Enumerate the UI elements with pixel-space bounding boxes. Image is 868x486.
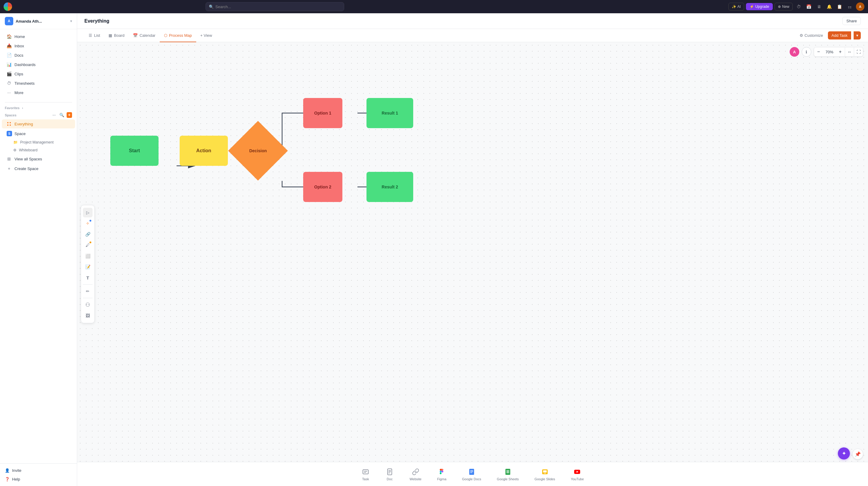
- node-option2[interactable]: Option 2: [303, 172, 342, 202]
- text-icon: T: [86, 275, 89, 280]
- screen-icon[interactable]: 🖥: [815, 2, 824, 11]
- bottom-tool-google-slides[interactable]: Google Slides: [531, 466, 558, 483]
- node-start-label: Start: [129, 148, 140, 153]
- sidebar-item-create-space[interactable]: + Create Space: [2, 164, 75, 173]
- sidebar-item-home[interactable]: 🏠 Home: [2, 32, 75, 41]
- tool-link[interactable]: 🔗: [83, 230, 93, 239]
- tool-image[interactable]: 🖼: [83, 311, 93, 321]
- ai-button[interactable]: ✨ AI: [728, 3, 744, 10]
- tool-pen-dot: [90, 242, 91, 243]
- user-avatar-topbar[interactable]: A: [856, 2, 864, 11]
- canvas-area[interactable]: A ℹ − 70% + ↔ ⛶ ▷ ✧: [77, 42, 868, 486]
- upgrade-button[interactable]: ⚡ Upgrade: [746, 3, 773, 10]
- svg-point-0: [7, 122, 8, 123]
- sidebar-item-inbox[interactable]: 📥 Inbox: [2, 41, 75, 50]
- tab-add-view[interactable]: + View: [196, 29, 216, 42]
- timer-icon[interactable]: ⏱: [795, 2, 803, 11]
- plus-create-icon: +: [7, 166, 11, 171]
- tool-connector[interactable]: ⚇: [83, 300, 93, 310]
- tool-text[interactable]: T: [83, 273, 93, 282]
- search-bar[interactable]: 🔍 Search...: [206, 2, 344, 11]
- node-start[interactable]: Start: [110, 136, 158, 166]
- sidebar-user-name: Amanda Ath...: [16, 19, 68, 24]
- tab-list[interactable]: ☰ List: [84, 29, 104, 42]
- spaces-label: Spaces: [5, 113, 51, 117]
- node-option1[interactable]: Option 1: [303, 98, 342, 128]
- node-action[interactable]: Action: [180, 136, 228, 166]
- node-result2[interactable]: Result 2: [367, 172, 413, 202]
- sidebar-item-view-all-spaces[interactable]: ⊞ View all Spaces: [2, 154, 75, 163]
- share-button[interactable]: Share: [842, 17, 861, 25]
- add-task-button[interactable]: Add Task: [828, 31, 851, 39]
- add-task-dropdown-button[interactable]: ▾: [854, 31, 861, 39]
- bottom-tool-doc[interactable]: Doc: [382, 466, 397, 483]
- bottom-tool-google-sheets[interactable]: Google Sheets: [494, 466, 522, 483]
- main-layout: A Amanda Ath... ▾ 🏠 Home 📥 Inbox 📄 Docs …: [0, 13, 868, 486]
- sidebar-subitem-project-management[interactable]: 📁 Project Management: [2, 139, 75, 146]
- notepad-icon[interactable]: 📋: [835, 2, 844, 11]
- node-decision-label: Decision: [249, 148, 267, 153]
- tool-shape[interactable]: ⬜: [83, 251, 93, 261]
- space-dots-button[interactable]: ···: [62, 131, 66, 136]
- sidebar-subitem-whiteboard[interactable]: ⚙ Whiteboard: [2, 147, 75, 154]
- node-result1-label: Result 1: [381, 111, 398, 116]
- content-area: Everything Share ☰ List ▦ Board 📅 Calend…: [77, 13, 868, 486]
- tab-board[interactable]: ▦ Board: [104, 29, 129, 42]
- bottom-tool-figma[interactable]: Figma: [434, 466, 450, 483]
- tool-pen[interactable]: 🖊: [83, 240, 93, 250]
- sidebar-item-label: Docs: [14, 53, 24, 58]
- tool-draw[interactable]: ✧: [83, 219, 93, 228]
- node-decision[interactable]: Decision: [228, 121, 288, 181]
- google-docs-icon: [467, 467, 476, 476]
- app-logo[interactable]: [4, 2, 12, 11]
- grid-icon[interactable]: ⚏: [846, 2, 854, 11]
- node-result1[interactable]: Result 1: [367, 98, 413, 128]
- zoom-fullscreen-button[interactable]: ⛶: [854, 47, 863, 56]
- new-button[interactable]: ⊕ New: [775, 3, 793, 10]
- zoom-in-button[interactable]: +: [836, 47, 845, 56]
- tool-sticky[interactable]: 📝: [83, 262, 93, 272]
- ai-chat-button[interactable]: ✦: [838, 447, 850, 459]
- spaces-search-button[interactable]: 🔍: [58, 112, 65, 118]
- sidebar-footer-invite[interactable]: 👤 Invite: [0, 466, 77, 475]
- more-icon: ···: [7, 90, 11, 95]
- svg-rect-18: [470, 471, 473, 472]
- sidebar-item-dashboards[interactable]: 📊 Dashboards: [2, 60, 75, 69]
- zoom-out-button[interactable]: −: [814, 47, 823, 56]
- view-all-label: View all Spaces: [14, 157, 42, 161]
- bottom-tool-website[interactable]: Website: [407, 466, 425, 483]
- tool-select[interactable]: ▷: [83, 208, 93, 217]
- sidebar-item-docs[interactable]: 📄 Docs: [2, 51, 75, 60]
- sidebar-user[interactable]: A Amanda Ath... ▾: [0, 13, 77, 29]
- spaces-dots-button[interactable]: ···: [51, 112, 57, 118]
- space-add-button[interactable]: +: [67, 131, 70, 136]
- sidebar-footer-help[interactable]: ❓ Help: [0, 475, 77, 484]
- svg-rect-26: [543, 470, 547, 473]
- space-icon: S: [7, 131, 12, 136]
- tab-process-map[interactable]: ⬡ Process Map: [160, 29, 196, 42]
- customize-button[interactable]: ⚙ Customize: [797, 32, 825, 39]
- sidebar-item-clips[interactable]: 🎬 Clips: [2, 69, 75, 79]
- tool-eraser[interactable]: ✏: [83, 286, 93, 296]
- sidebar-item-timesheets[interactable]: ⏱ Timesheets: [2, 79, 75, 88]
- alarm-icon[interactable]: 🔔: [825, 2, 834, 11]
- spaces-add-button[interactable]: +: [67, 112, 72, 118]
- bottom-tool-task[interactable]: Task: [358, 466, 373, 483]
- bottom-tool-google-docs[interactable]: Google Docs: [459, 466, 484, 483]
- tab-calendar[interactable]: 📅 Calendar: [129, 29, 160, 42]
- svg-rect-19: [470, 473, 472, 473]
- svg-point-1: [10, 122, 11, 123]
- canvas-user-avatar[interactable]: A: [789, 47, 799, 57]
- doc-label: Doc: [387, 477, 393, 481]
- calendar-icon[interactable]: 📅: [805, 2, 813, 11]
- canvas-info-button[interactable]: ℹ: [802, 47, 811, 57]
- topbar-right: ✨ AI ⚡ Upgrade ⊕ New ⏱ 📅 🖥 🔔 📋 ⚏ A: [728, 2, 864, 11]
- sidebar-item-everything[interactable]: Everything: [2, 119, 75, 128]
- pin-button[interactable]: 📌: [852, 449, 863, 459]
- sidebar-item-more[interactable]: ··· More: [2, 88, 75, 97]
- bottom-tool-youtube[interactable]: YouTube: [568, 466, 587, 483]
- tab-label: Calendar: [140, 33, 156, 38]
- sidebar-item-space[interactable]: S Space ··· +: [2, 129, 75, 138]
- zoom-fit-button[interactable]: ↔: [845, 47, 854, 56]
- tool-draw-dot: [90, 220, 91, 221]
